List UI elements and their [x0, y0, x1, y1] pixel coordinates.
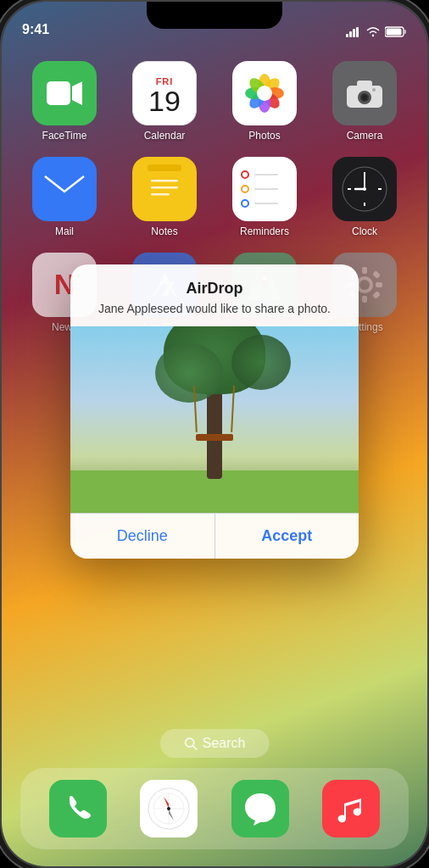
search-label: Search	[203, 736, 246, 751]
decline-button[interactable]: Decline	[70, 514, 215, 559]
svg-point-70	[167, 807, 170, 810]
notes-icon	[132, 157, 197, 221]
svg-point-4	[372, 35, 374, 36]
accept-button[interactable]: Accept	[215, 514, 359, 559]
svg-rect-2	[353, 29, 355, 37]
search-icon	[184, 737, 198, 750]
svg-point-18	[257, 86, 272, 101]
notes-label: Notes	[151, 225, 177, 237]
calendar-icon: FRI 19	[132, 61, 197, 125]
foliage-left	[155, 343, 223, 403]
svg-rect-53	[362, 267, 367, 274]
dock	[20, 768, 409, 849]
dock-item-messages[interactable]	[231, 780, 289, 837]
svg-point-23	[362, 95, 367, 100]
safari-icon	[140, 780, 198, 837]
reminders-icon	[232, 157, 297, 221]
svg-rect-26	[146, 166, 183, 212]
mail-label: Mail	[55, 225, 74, 237]
facetime-icon	[32, 61, 97, 125]
app-item-mail[interactable]: Mail	[19, 157, 110, 237]
music-icon	[322, 780, 380, 837]
calendar-label: Calendar	[144, 130, 186, 142]
app-item-reminders[interactable]: Reminders	[219, 157, 310, 237]
wifi-icon	[365, 26, 381, 37]
app-item-photos[interactable]: Photos	[219, 61, 310, 142]
camera-icon	[332, 61, 397, 125]
dock-item-music[interactable]	[322, 780, 380, 837]
search-pill[interactable]: Search	[160, 729, 270, 758]
airdrop-header: AirDrop Jane Appleseed would like to sha…	[70, 264, 359, 326]
airdrop-subtitle: Jane Appleseed would like to share a pho…	[87, 301, 342, 318]
photos-icon	[232, 61, 297, 125]
status-time: 9:41	[22, 22, 49, 37]
messages-icon	[231, 780, 289, 837]
facetime-label: FaceTime	[42, 130, 87, 142]
reminders-label: Reminders	[240, 225, 289, 237]
airdrop-title: AirDrop	[87, 280, 342, 298]
svg-marker-9	[72, 81, 82, 105]
dock-item-safari[interactable]	[140, 780, 198, 837]
app-item-notes[interactable]: Notes	[119, 157, 210, 237]
app-item-clock[interactable]: Clock	[319, 157, 410, 237]
airdrop-image	[70, 326, 359, 513]
app-item-facetime[interactable]: FaceTime	[19, 61, 110, 142]
battery-icon	[385, 26, 407, 37]
airdrop-buttons: Decline Accept	[70, 513, 359, 559]
svg-rect-7	[387, 29, 402, 36]
phone-icon	[49, 780, 107, 837]
clock-icon	[332, 157, 397, 221]
phone-frame: 9:41	[0, 0, 429, 868]
photos-label: Photos	[248, 130, 280, 142]
clock-label: Clock	[352, 225, 377, 237]
app-item-calendar[interactable]: FRI 19 Calendar	[119, 61, 210, 142]
mail-icon	[32, 157, 97, 221]
svg-line-62	[193, 746, 197, 749]
svg-rect-28	[151, 180, 178, 182]
svg-rect-25	[45, 175, 84, 203]
swing-seat	[196, 434, 233, 441]
foliage-right	[231, 335, 291, 390]
svg-rect-3	[356, 27, 359, 37]
svg-rect-27	[148, 164, 181, 171]
svg-rect-1	[349, 31, 352, 37]
svg-point-52	[359, 280, 370, 290]
svg-rect-6	[404, 30, 407, 34]
signal-icon	[346, 27, 361, 37]
app-item-camera[interactable]: Camera	[319, 61, 410, 142]
dock-item-phone[interactable]	[49, 780, 107, 837]
svg-rect-20	[357, 81, 372, 87]
svg-rect-56	[376, 282, 382, 287]
svg-rect-54	[362, 296, 367, 303]
camera-label: Camera	[347, 130, 383, 142]
svg-rect-29	[151, 186, 178, 189]
calendar-date: 19	[148, 86, 181, 115]
airdrop-modal: AirDrop Jane Appleseed would like to sha…	[70, 264, 359, 559]
svg-rect-0	[346, 34, 348, 37]
svg-rect-30	[151, 193, 170, 196]
notch	[147, 2, 282, 29]
svg-point-24	[372, 88, 376, 92]
svg-point-39	[363, 187, 366, 191]
status-icons	[346, 26, 407, 37]
svg-rect-8	[47, 81, 70, 105]
